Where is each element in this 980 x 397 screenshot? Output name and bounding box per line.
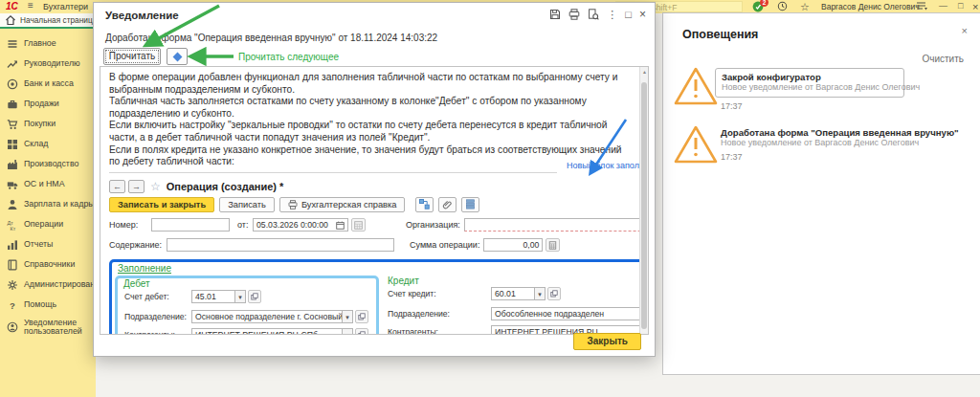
read-next-button[interactable] bbox=[167, 48, 188, 65]
panel-close-icon[interactable]: × bbox=[962, 25, 968, 36]
debit-title: Дебет bbox=[123, 278, 150, 289]
sum-input: 0,00 bbox=[483, 238, 543, 252]
notification-item[interactable]: Закрой конфигуратор Новое уведомление от… bbox=[715, 68, 904, 98]
warning-triangle-icon bbox=[673, 66, 719, 106]
dialog-close-button[interactable]: Закрыть bbox=[573, 333, 641, 350]
notification-title: Закрой конфигуратор bbox=[722, 72, 898, 82]
content-label: Содержание: bbox=[109, 240, 167, 250]
app-title: Бухгалтери bbox=[43, 2, 100, 11]
embedded-form-screenshot: ← → ☆ Операция (создание) * Записать и з… bbox=[109, 180, 649, 335]
form-annotation-label: Новый блок заполн bbox=[567, 161, 644, 170]
factory-icon bbox=[7, 159, 18, 170]
divider bbox=[109, 172, 557, 173]
warning-triangle-icon bbox=[673, 124, 719, 165]
number-label: Номер: bbox=[109, 220, 151, 230]
credit-account-label: Счет кредит: bbox=[388, 289, 491, 298]
calendar-widget-icon bbox=[351, 218, 366, 232]
close-dialog-icon[interactable]: × bbox=[639, 9, 646, 20]
sidebar-item-bank-i-kassa[interactable]: Банк и касса bbox=[0, 74, 96, 94]
dropdown-icon: ▾ bbox=[343, 310, 353, 323]
find-icon[interactable] bbox=[588, 9, 599, 20]
diamond-icon bbox=[172, 53, 182, 62]
debit-account-input: 45.01 bbox=[191, 290, 235, 303]
more-menu-icon[interactable]: ⋮ bbox=[607, 9, 617, 20]
close-window-icon[interactable]: × bbox=[972, 1, 978, 12]
sidebar-item-otchety[interactable]: Отчеты bbox=[0, 234, 96, 254]
notification-text-area: В форме операции добавлен функционал для… bbox=[100, 66, 649, 335]
organization-label: Организация: bbox=[406, 220, 460, 230]
sidebar-item-zarplata-i-kadry[interactable]: Зарплата и кадры bbox=[0, 194, 96, 214]
credit-account-input: 60.01 bbox=[491, 287, 535, 300]
favorite-star-icon: ☆ bbox=[150, 180, 161, 193]
notification-body: В форме операции добавлен функционал для… bbox=[100, 67, 648, 168]
dropdown-icon: ▾ bbox=[535, 287, 546, 300]
sidebar-item-proizvodstvo[interactable]: Производство bbox=[0, 154, 96, 174]
dropdown-icon: ▾ bbox=[343, 328, 353, 335]
scrollbar-thumb[interactable] bbox=[641, 82, 647, 329]
body-paragraph: В форме операции добавлен функционал для… bbox=[109, 72, 629, 96]
print-icon[interactable] bbox=[568, 9, 580, 20]
coin-icon bbox=[7, 78, 18, 90]
save-icon[interactable] bbox=[549, 9, 561, 20]
home-icon bbox=[5, 14, 16, 26]
question-icon: ? bbox=[7, 299, 18, 311]
date-label: от: bbox=[237, 220, 253, 230]
open-link-icon bbox=[355, 328, 368, 335]
minimize-window-icon[interactable]: — bbox=[939, 1, 947, 11]
sidebar-item-administrirovanie[interactable]: Администрирование bbox=[0, 275, 96, 295]
sidebar-item-uvedomlenie-polzovateley[interactable]: Уведомление пользователей bbox=[0, 315, 96, 340]
sum-label: Сумма операции: bbox=[410, 240, 479, 250]
main-menu-icon[interactable]: ≡ bbox=[28, 0, 33, 11]
tab-home[interactable]: Начальная страница bbox=[0, 13, 96, 29]
read-button[interactable]: Прочитать bbox=[103, 48, 161, 65]
sidebar: Главное Руководителю Банк и касса Продаж… bbox=[0, 29, 96, 397]
sidebar-item-prodazhi[interactable]: Продажи bbox=[0, 94, 96, 114]
maximize-window-icon[interactable]: □ bbox=[958, 1, 963, 11]
maximize-dialog-icon[interactable]: □ bbox=[625, 9, 632, 20]
debit-contractor-label: Контрагенты: bbox=[124, 330, 191, 335]
sidebar-item-sklad[interactable]: Склад bbox=[0, 134, 96, 154]
fill-section-highlight: Заполнение Дебет Счет дебет: 45.01 ▾ Под… bbox=[109, 259, 649, 335]
fill-link: Заполнение bbox=[118, 263, 171, 274]
sidebar-item-os-i-nma[interactable]: ОС и НМА bbox=[0, 174, 96, 194]
favorites-star-icon[interactable]: ☆ bbox=[800, 1, 810, 12]
sidebar-item-glavnoe[interactable]: Главное bbox=[0, 33, 96, 54]
open-link-icon bbox=[355, 310, 368, 323]
calendar-icon bbox=[336, 221, 345, 230]
notification-dialog: Уведомление ⋮ □ × Доработана форма "Опер… bbox=[93, 2, 656, 357]
open-link-icon bbox=[547, 287, 561, 300]
credit-title: Кредит bbox=[388, 276, 419, 286]
scroll-up-icon[interactable]: ▲ bbox=[640, 69, 649, 75]
text-area-scrollbar[interactable]: ▲ bbox=[639, 67, 648, 334]
sidebar-item-operacii[interactable]: ДтКт Операции bbox=[0, 214, 96, 234]
dropdown-icon: ▾ bbox=[235, 290, 246, 303]
user-circle-icon bbox=[7, 321, 18, 333]
back-arrow-icon: ← bbox=[109, 180, 125, 193]
bars-icon bbox=[7, 239, 18, 251]
open-link-icon bbox=[248, 290, 261, 303]
clear-notifications-link[interactable]: Очистить bbox=[922, 54, 964, 64]
debit-contractor-input: ИНТЕРНЕТ РЕШЕНИЯ РЦ СПб. bbox=[191, 328, 343, 335]
content-input bbox=[167, 238, 394, 252]
calculator-icon bbox=[546, 238, 560, 252]
svg-text:?: ? bbox=[10, 299, 15, 310]
credit-contractor-label: Контрагенты: bbox=[388, 327, 491, 335]
1c-logo: 1С bbox=[6, 1, 18, 11]
sidebar-item-pokupki[interactable]: Покупки bbox=[0, 114, 96, 134]
print-icon bbox=[288, 200, 298, 210]
person-icon bbox=[7, 199, 18, 210]
sidebar-item-rukovoditelyu[interactable]: Руководителю bbox=[0, 54, 96, 74]
sidebar-item-spravochniki[interactable]: Справочники bbox=[0, 254, 96, 275]
dialog-title: Уведомление bbox=[105, 10, 179, 21]
embedded-form-title: Операция (создание) * bbox=[167, 181, 284, 192]
menu-icon bbox=[7, 38, 18, 50]
notification-item[interactable]: Доработана форма "Операция введенная вру… bbox=[721, 127, 959, 162]
trend-icon bbox=[7, 58, 18, 70]
notification-subtitle: Новое уведомление от Варгасов Денис Олег… bbox=[721, 138, 959, 147]
tab-row: Начальная страница bbox=[0, 13, 96, 29]
notification-count-badge: 2 bbox=[760, 0, 768, 7]
sidebar-item-pomosch[interactable]: ? Помощь bbox=[0, 295, 96, 315]
current-user-name[interactable]: Варгасов Денис Олегович bbox=[821, 2, 920, 11]
notifications-panel-title: Оповещения bbox=[682, 28, 758, 41]
body-paragraph: Табличная часть заполняется остатками по… bbox=[109, 96, 629, 120]
